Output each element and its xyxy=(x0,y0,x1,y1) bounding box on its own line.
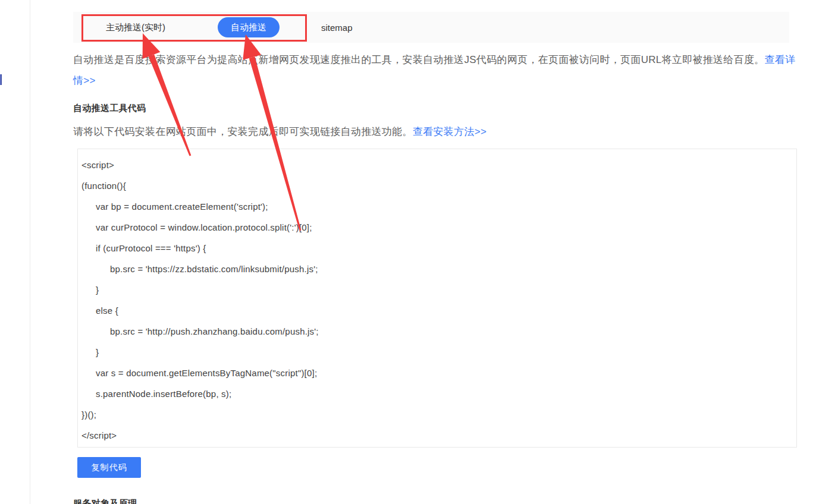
code-line: var curProtocol = window.location.protoc… xyxy=(78,217,796,238)
code-line: (function(){ xyxy=(78,175,796,196)
code-line: var s = document.getElementsByTagName("s… xyxy=(78,363,796,383)
code-line: s.parentNode.insertBefore(bp, s); xyxy=(78,383,796,404)
install-method-link[interactable]: 查看安装方法>> xyxy=(413,126,487,137)
code-block: <script>(function(){var bp = document.cr… xyxy=(77,149,797,448)
code-line: })(); xyxy=(78,404,796,425)
tab-sitemap[interactable]: sitemap xyxy=(321,12,353,43)
code-line: if (curProtocol === 'https') { xyxy=(78,238,796,259)
code-line: </script> xyxy=(78,425,796,446)
copy-code-button[interactable]: 复制代码 xyxy=(77,457,141,478)
code-line: bp.src = 'http://push.zhanzhang.baidu.co… xyxy=(78,321,796,342)
code-line: var bp = document.createElement('script'… xyxy=(78,196,796,217)
code-line: } xyxy=(78,342,796,363)
code-line: <script> xyxy=(78,155,796,175)
instruction-text: 请将以下代码安装在网站页面中，安装完成后即可实现链接自动推送功能。 xyxy=(73,126,413,137)
code-line: } xyxy=(78,279,796,300)
intro-text: 自动推送是百度搜索资源平台为提高站点新增网页发现速度推出的工具，安装自动推送JS… xyxy=(73,54,765,65)
intro-paragraph: 自动推送是百度搜索资源平台为提高站点新增网页发现速度推出的工具，安装自动推送JS… xyxy=(73,49,797,91)
left-sidebar-divider xyxy=(30,0,30,504)
next-section-title: 服务对象及原理 xyxy=(73,498,137,504)
code-line: bp.src = 'https://zz.bdstatic.com/linksu… xyxy=(78,259,796,279)
section-title: 自动推送工具代码 xyxy=(73,103,146,114)
install-instruction: 请将以下代码安装在网站页面中，安装完成后即可实现链接自动推送功能。查看安装方法>… xyxy=(73,125,797,139)
tab-bar: 主动推送(实时) 自动推送 sitemap xyxy=(73,12,789,43)
tab-active-push[interactable]: 主动推送(实时) xyxy=(106,12,165,43)
tab-auto-push[interactable]: 自动推送 xyxy=(218,17,280,37)
left-edge-artifact xyxy=(0,74,2,85)
code-lines: <script>(function(){var bp = document.cr… xyxy=(78,155,796,446)
code-line: else { xyxy=(78,300,796,321)
